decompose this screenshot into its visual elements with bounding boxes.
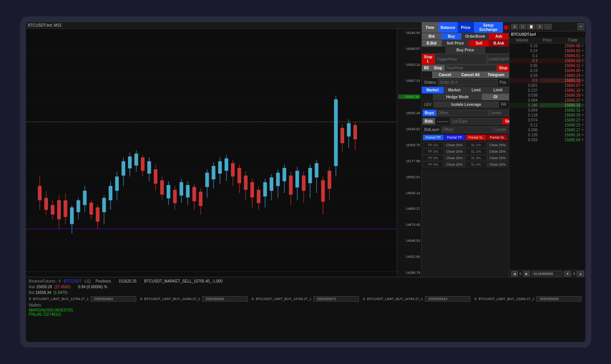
ask-price-3: 15694.43	[539, 59, 580, 63]
limit1-button[interactable]: Limit	[465, 87, 487, 93]
ask-row-11[interactable]: 0.004 15690.37 ▼	[509, 98, 585, 103]
limit2-button[interactable]: Limit	[487, 87, 509, 93]
bid-row-3[interactable]: 0.074 15690.27 ▼	[509, 118, 585, 123]
controls-row-10: Hedge Mode OI	[422, 94, 509, 101]
isolate-leverage-button[interactable]: Isolate Leverage	[433, 101, 499, 108]
bid-button[interactable]: Bid	[422, 33, 442, 40]
order-x-4[interactable]: X	[474, 297, 477, 301]
offset2-input[interactable]	[441, 126, 493, 133]
hedge-mode-button[interactable]: Hedge Mode	[433, 94, 482, 100]
order-x-3[interactable]: X	[363, 297, 365, 301]
bids-button[interactable]: Bids	[423, 118, 436, 125]
ask-row-6[interactable]: 0.04 15693.24 ▼	[509, 73, 585, 78]
partial-sl1-button[interactable]: Partial SL	[466, 135, 486, 140]
lot-expo-input[interactable]	[450, 118, 503, 125]
ask-row-0[interactable]: 0.15 15694.68 ▼	[509, 43, 585, 48]
bid-row-2[interactable]: 0.118 15690.28 ▼	[509, 113, 585, 118]
bid-row-5[interactable]: 0.006 15690.17 ▼	[509, 128, 585, 133]
ask-row-8[interactable]: 0.001 15692.07 ▼	[509, 83, 585, 88]
chart-symbol: BTCUSDT.bnf, M15	[28, 23, 62, 27]
orderbook-button[interactable]: OrderBook	[461, 33, 489, 40]
svg-rect-53	[160, 180, 164, 195]
ob-icon2[interactable]: ⊡	[519, 24, 526, 29]
ob-icon5[interactable]: ↔	[544, 24, 552, 29]
ask-row-5[interactable]: 0.19 15694.00 ▼	[509, 68, 585, 73]
stop-price-input[interactable]	[445, 65, 497, 71]
telegram-button[interactable]: Telegram	[483, 72, 509, 78]
price-scale: 16184.84 16058.97 15933.10 15807.23 1569…	[397, 29, 421, 276]
bid-row-4[interactable]: 0.11 15690.22 ▼	[509, 123, 585, 128]
ob-nav-right[interactable]: ▶	[523, 271, 530, 276]
ob-lot-input[interactable]	[532, 271, 562, 276]
order-id-3[interactable]	[425, 296, 471, 302]
buys-button[interactable]: Buys	[423, 110, 436, 116]
market1-button[interactable]: Market	[422, 87, 443, 93]
svg-rect-69	[212, 166, 215, 179]
setup-exchange-button[interactable]: Setup Exchange	[474, 22, 503, 33]
ob-lot-down[interactable]: ▼	[564, 271, 571, 276]
exchange-label: BinanceFutures : 4	[29, 279, 61, 283]
partial-sl2-button[interactable]: Partial SL	[487, 135, 507, 140]
ask-price-0: 15694.68	[539, 44, 580, 48]
bid-row-7[interactable]: 0.033 15690.04 ▼	[509, 137, 585, 142]
bid-row-6[interactable]: 0.139 15690.16 ▼	[509, 133, 585, 137]
price-button[interactable]: Price	[458, 22, 474, 33]
buy-button[interactable]: Buy	[442, 33, 461, 40]
ask-row-10[interactable]: 0.038 15690.39 ▼	[509, 93, 585, 98]
bid-row-0[interactable]: 0.286 15690.33 ▼	[509, 103, 585, 108]
ask-row-4[interactable]: 0.05 15694.11 ▼	[509, 63, 585, 68]
b-bid-button[interactable]: B.Bid	[422, 40, 442, 46]
oi-button[interactable]: OI	[482, 94, 509, 100]
order-id-input[interactable]	[438, 79, 498, 86]
partial-tp1-button[interactable]: Partial TP	[423, 135, 443, 140]
spacer-4	[422, 94, 433, 100]
order-id-1[interactable]	[202, 296, 248, 302]
cancel-all-button[interactable]: Cancel All	[458, 72, 483, 78]
trigger-price-input[interactable]	[435, 54, 487, 64]
partial-tp2-button[interactable]: Partial TP	[444, 135, 465, 140]
sell-price-button[interactable]: Sell Price	[442, 40, 469, 46]
time-button[interactable]: Time	[422, 22, 439, 33]
buy-price-button[interactable]: Buy Price	[445, 47, 485, 53]
tp4-label: TP 4%	[423, 161, 444, 168]
order-id-0[interactable]	[91, 296, 136, 302]
ask-vol-5: 0.19	[510, 69, 540, 73]
ask-row-7[interactable]: 0.5 15693.13 ▼	[509, 78, 585, 83]
balance-button[interactable]: Balance	[438, 22, 457, 33]
ob-lot-up[interactable]: ▲	[577, 271, 584, 276]
ob-icon1[interactable]: ⊞	[511, 24, 518, 29]
order-desc-2: BTCUSDT_LIMIT_BUY_12784.27_1	[256, 297, 312, 301]
ob-icon3[interactable]: 📋	[527, 24, 535, 29]
b-ask-button[interactable]: B.Ask	[489, 40, 509, 46]
ask-row-1[interactable]: 0.24 15694.55 ▼	[509, 48, 585, 53]
ask-row-9[interactable]: 0.237 15691.10 ▼	[509, 88, 585, 93]
order-desc-4: BTCUSDT_LIMIT_BUY_13284.27_1	[479, 297, 534, 301]
ob-icon4[interactable]: ⚙	[536, 24, 543, 29]
bid-arrow-3: ▼	[581, 118, 584, 122]
market2-button[interactable]: Market	[443, 87, 465, 93]
order-id-2[interactable]	[313, 296, 359, 302]
stop-l-button[interactable]: Stop L	[422, 54, 435, 64]
ask-row-2[interactable]: 0.1 15694.51 ▼	[509, 53, 585, 58]
order-x-0[interactable]: X	[29, 297, 31, 301]
cancel-button[interactable]: Cancel	[432, 72, 458, 78]
bid-row-1[interactable]: 0.004 15690.31 ▼	[509, 108, 585, 113]
offset-input[interactable]	[436, 110, 488, 116]
svg-rect-105	[327, 171, 331, 189]
col-volume: Volume	[509, 37, 535, 43]
ask-row-3[interactable]: 0.3 15694.43 ▼	[509, 58, 585, 63]
ob-nav-left[interactable]: ◀	[511, 271, 518, 276]
pnl-pct-val: 0.94 (0.00006) %	[78, 285, 107, 289]
ob-close-button[interactable]: ✕	[577, 23, 584, 30]
sell-button[interactable]: Sell	[469, 40, 489, 46]
svg-rect-49	[147, 161, 151, 174]
order-id-4[interactable]	[536, 296, 582, 302]
stop-button[interactable]: Stop	[431, 65, 444, 71]
order-x-1[interactable]: X	[140, 297, 142, 301]
be-button[interactable]: BE	[422, 65, 432, 71]
order-x-2[interactable]: X	[252, 297, 254, 301]
order-2: X BTCUSDT_LIMIT_BUY_12784.27_1	[252, 296, 359, 302]
svg-rect-109	[340, 128, 344, 143]
stop2-button[interactable]: Stop	[497, 65, 510, 71]
ask-button[interactable]: Ask	[489, 33, 509, 40]
